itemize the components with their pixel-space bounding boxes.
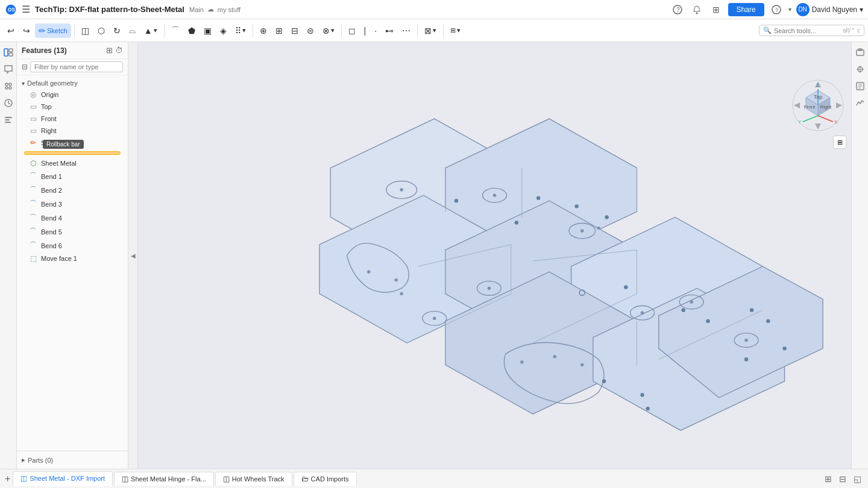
notifications-button[interactable] [690,2,704,17]
tree-item-top[interactable]: ▭ Top [17,101,128,113]
feature-expand-icon[interactable]: ⊞ [106,46,113,55]
feature-header-icons: ⊞ ⏱ [106,46,123,55]
toolbar-redo[interactable]: ↪ [19,23,34,38]
tab-add-button[interactable]: + [5,474,10,484]
toolbar-boolean[interactable]: ⊕ [256,23,271,38]
user-avatar: DN [796,3,810,16]
tree-item-moveface1[interactable]: ⬚ Move face 1 [17,252,128,264]
feature-timer-icon[interactable]: ⏱ [115,46,123,55]
apps-button[interactable]: ⊞ [709,2,723,17]
viewport[interactable]: Top Front Right X Y Z ⊞ [138,42,851,469]
help-chevron[interactable]: ▾ [788,6,791,13]
svg-point-75 [782,346,786,350]
sidebar-comment-icon[interactable] [2,63,15,76]
bend3-icon: ⌒ [29,199,37,209]
toolbar-more[interactable]: ⋯ [398,23,414,38]
sketch-label: Sketch [47,27,68,34]
sidebar-features-icon[interactable] [2,46,15,59]
search-input[interactable] [774,27,840,34]
sheetmetal-label: Sheet Metal [41,160,77,167]
toolbar-shell[interactable]: ▣ [200,23,215,38]
view-controls-bottom[interactable]: ⊞ [833,136,846,149]
parts-header[interactable]: ▸ Parts (0) [17,454,128,466]
mystuff-link[interactable]: my stuff [218,6,241,13]
svg-rect-16 [5,119,10,120]
sidebar-history-icon[interactable] [2,96,15,110]
toolbar-extrude[interactable]: ⬡ [94,23,108,38]
toolbar-axis[interactable]: | [360,23,370,38]
toolbar-plane[interactable]: ◻ [345,23,359,38]
tree-item-sheetmetal[interactable]: ⬡ Sheet Metal [17,157,128,169]
tab-sheet-metal-hinge[interactable]: ◫ Sheet Metal Hinge - Fla... [114,472,214,486]
svg-text:?: ? [676,7,680,13]
view-cube[interactable]: Top Front Right X Y Z [791,78,845,133]
rs-simulation-icon[interactable] [854,96,867,110]
rollback-bar-container[interactable]: Rollback bar [20,151,124,155]
tree-item-bend2[interactable]: ⌒ Bend 2 [17,183,128,197]
rs-assembly-icon[interactable] [854,63,867,76]
help-button[interactable]: ? [670,2,685,17]
tree-item-bend6[interactable]: ⌒ Bend 6 [17,239,128,252]
toolbar-undo[interactable]: ↩ [4,23,18,38]
tab-action-list[interactable]: ⊟ [837,473,849,485]
svg-text:OS: OS [8,7,15,13]
tree-item-right[interactable]: ▭ Right [17,125,128,137]
toolbar-split[interactable]: ⊞ [272,23,286,38]
svg-point-4 [696,12,697,14]
tree-item-bend4[interactable]: ⌒ Bend 4 [17,211,128,225]
toolbar-transform[interactable]: ⊗▾ [319,23,338,38]
plane-icon: ◻ [348,26,356,36]
plane-top-icon: ▭ [29,102,37,111]
toolbar-pattern[interactable]: ⠿▾ [231,23,250,38]
rollback-bar[interactable]: Rollback bar [24,151,121,155]
default-geometry-group[interactable]: ▾ Default geometry [17,78,128,89]
toolbar-sweep[interactable]: ⌓ [125,23,139,38]
tab-action-grid[interactable]: ⊞ [822,473,834,485]
svg-point-78 [646,407,649,410]
toolbar-revolve[interactable]: ↻ [110,23,124,38]
hamburger-menu[interactable]: ☰ [22,4,30,15]
toolbar-sheetmetal[interactable]: ⊠▾ [421,23,440,38]
sidebar-apps-icon[interactable] [2,80,15,93]
help-circle-button[interactable]: ? [769,2,784,17]
toolbar-fillet[interactable]: ⌒ [168,23,183,39]
tab-cad-imports[interactable]: 🗁 CAD Imports [294,472,357,486]
bottom-tabs: + ◫ Sheet Metal - DXF Import ◫ Sheet Met… [0,469,868,488]
toolbar-point[interactable]: · [371,23,380,38]
user-menu[interactable]: DN David Nguyen ▾ [796,3,863,16]
onshape-logo: OS [5,4,17,16]
parts-chevron: ▸ [22,456,25,464]
tab-action-window[interactable]: ◱ [851,473,863,485]
view-panel-icon[interactable]: ⊞ [833,136,846,149]
toolbar-chamfer[interactable]: ⬟ [184,23,199,38]
toolbar-draft[interactable]: ◈ [216,23,230,38]
toolbar-sketch[interactable]: ✏ Sketch [35,23,71,38]
feature-filter-input[interactable] [30,61,123,72]
tree-item-bend1[interactable]: ⌒ Bend 1 [17,169,128,183]
svg-point-67 [515,221,518,224]
search-tools[interactable]: 🔍 alt/⌃ c [759,25,864,36]
svg-point-70 [681,308,685,312]
share-button[interactable]: Share [728,3,764,16]
toolbar-new-part[interactable]: ◫ [78,23,93,38]
svg-rect-8 [9,49,13,52]
panel-toggle[interactable]: ◀ [128,42,138,469]
toolbar-measure[interactable]: ⊷ [382,23,397,38]
toolbar-view-controls[interactable]: ⊞▾ [447,24,464,37]
svg-text:X: X [834,119,838,125]
tree-item-origin[interactable]: ◎ Origin [17,89,128,101]
sidebar-properties-icon[interactable] [2,113,15,127]
tab-hot-wheels[interactable]: ◫ Hot Wheels Track [215,472,292,486]
toolbar-mirror[interactable]: ⊟ [288,23,302,38]
filter-row: ⊟ [17,59,128,75]
rs-drawing-icon[interactable] [854,80,867,93]
tab-sheet-metal-dxf[interactable]: ◫ Sheet Metal - DXF Import [13,471,113,486]
doc-title: TechTip: DXF-flat pattern-to-Sheet-Metal [35,5,184,14]
toolbar-loft[interactable]: ▲▾ [140,23,161,38]
toolbar-mate[interactable]: ⊜ [303,23,318,38]
rs-parts-icon[interactable] [854,46,867,59]
tab-actions: ⊞ ⊟ ◱ [822,473,863,485]
tree-item-front[interactable]: ▭ Front [17,113,128,125]
tree-item-bend3[interactable]: ⌒ Bend 3 [17,197,128,211]
tree-item-bend5[interactable]: ⌒ Bend 5 [17,225,128,239]
